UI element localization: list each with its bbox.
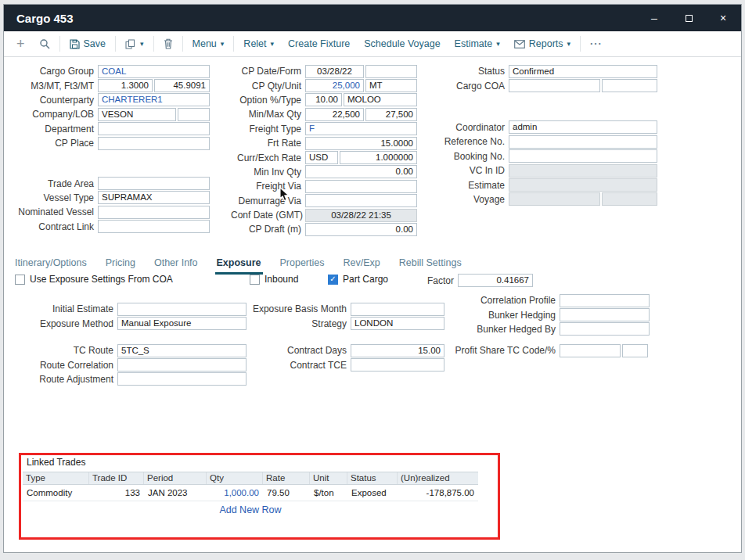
tab-rebill-settings[interactable]: Rebill Settings bbox=[398, 257, 463, 275]
factor-field[interactable]: 0.41667 bbox=[458, 274, 533, 287]
tab-pricing[interactable]: Pricing bbox=[104, 257, 137, 275]
status-field[interactable]: Confirmed bbox=[509, 65, 657, 78]
conf-date-field: 03/28/22 21:35 bbox=[305, 209, 417, 222]
demurrage-via-label: Demurrage Via bbox=[231, 196, 305, 206]
cargo-window: Cargo 453 – × + Save ▾ Menu▾ Relet▾ Crea bbox=[3, 4, 742, 553]
toolbar-separator bbox=[182, 36, 183, 52]
schedule-voyage-button[interactable]: Schedule Voyage bbox=[359, 35, 444, 52]
search-button[interactable] bbox=[34, 35, 55, 52]
option-type-field[interactable]: MOLOO bbox=[344, 93, 417, 106]
initial-estimate-field[interactable] bbox=[117, 303, 247, 316]
min-inv-qty-field[interactable]: 0.00 bbox=[305, 165, 417, 178]
contract-days-field[interactable]: 15.00 bbox=[351, 344, 444, 357]
column-header-unrealized[interactable]: (Un)realized bbox=[398, 472, 478, 484]
add-new-row-link[interactable]: Add New Row bbox=[23, 501, 478, 515]
exposure-basis-month-field[interactable] bbox=[351, 303, 444, 316]
frt-rate-field[interactable]: 15.0000 bbox=[305, 137, 417, 150]
relet-button[interactable]: Relet▾ bbox=[239, 35, 279, 52]
trade-area-field[interactable] bbox=[98, 177, 210, 190]
column-header-type[interactable]: Type bbox=[23, 472, 89, 484]
exposure-method-field[interactable]: Manual Exposure bbox=[117, 317, 247, 330]
lob-field[interactable] bbox=[178, 108, 210, 121]
tc-route-field[interactable]: 5TC_S bbox=[117, 344, 247, 357]
inbound-checkbox[interactable]: Inbound bbox=[250, 274, 298, 285]
cargo-coa-field-2[interactable] bbox=[602, 79, 657, 92]
freight-type-field[interactable]: F bbox=[305, 122, 417, 135]
bunker-hedged-by-label: Bunker Hedged By bbox=[442, 324, 560, 335]
use-coa-label: Use Exposure Settings From COA bbox=[30, 274, 173, 285]
coordinator-field[interactable]: admin bbox=[509, 120, 657, 134]
maximize-button[interactable] bbox=[683, 13, 694, 23]
cell-type: Commodity bbox=[23, 488, 89, 497]
column-header-qty[interactable]: Qty bbox=[207, 472, 263, 484]
reports-button[interactable]: Reports▾ bbox=[509, 35, 575, 52]
cell-qty-link[interactable]: 1,000.00 bbox=[207, 488, 263, 497]
booking-no-field[interactable] bbox=[509, 149, 657, 163]
cp-unit-field[interactable]: MT bbox=[365, 79, 417, 92]
bunker-hedging-field[interactable] bbox=[560, 308, 650, 321]
table-row[interactable]: Commodity 133 JAN 2023 1,000.00 79.50 $/… bbox=[23, 485, 478, 501]
option-pct-field[interactable]: 10.00 bbox=[305, 93, 342, 106]
correlation-profile-field[interactable] bbox=[560, 294, 650, 307]
min-max-qty-label: Min/Max Qty bbox=[231, 109, 305, 120]
more-button[interactable]: ··· bbox=[585, 35, 607, 52]
profit-share-pct-field[interactable] bbox=[622, 344, 648, 357]
freight-via-field[interactable] bbox=[305, 180, 417, 193]
department-field[interactable] bbox=[98, 122, 210, 135]
cp-draft-field[interactable]: 0.00 bbox=[305, 223, 417, 236]
cp-date-field[interactable]: 03/28/22 bbox=[305, 65, 364, 78]
window-title: Cargo 453 bbox=[4, 12, 649, 25]
tab-other-info[interactable]: Other Info bbox=[153, 257, 200, 275]
checkbox-checked-icon: ✓ bbox=[328, 275, 338, 285]
column-header-unit[interactable]: Unit bbox=[310, 472, 347, 484]
tab-rev-exp[interactable]: Rev/Exp bbox=[341, 257, 381, 275]
currency-field[interactable]: USD bbox=[305, 151, 338, 164]
contract-link-field[interactable] bbox=[98, 220, 210, 233]
use-coa-checkbox[interactable]: Use Exposure Settings From COA bbox=[15, 274, 173, 285]
counterparty-field[interactable]: CHARTERER1 bbox=[98, 93, 210, 106]
max-qty-field[interactable]: 27,500 bbox=[365, 108, 417, 121]
envelope-icon bbox=[514, 40, 525, 48]
conf-date-label: Conf Date (GMT) bbox=[231, 210, 305, 221]
column-header-status[interactable]: Status bbox=[347, 472, 398, 484]
column-header-trade-id[interactable]: Trade ID bbox=[89, 472, 144, 484]
vessel-type-field[interactable]: SUPRAMAX bbox=[98, 191, 210, 204]
route-adjustment-field[interactable] bbox=[117, 372, 247, 386]
new-button[interactable]: + bbox=[12, 36, 30, 52]
close-button[interactable]: × bbox=[718, 13, 729, 23]
column-header-rate[interactable]: Rate bbox=[263, 472, 310, 484]
cp-place-field[interactable] bbox=[98, 137, 210, 150]
save-button[interactable]: Save bbox=[65, 35, 111, 52]
company-field[interactable]: VESON bbox=[98, 108, 176, 121]
copy-button[interactable]: ▾ bbox=[121, 36, 149, 52]
tab-exposure[interactable]: Exposure bbox=[215, 257, 263, 275]
m3-mt-field[interactable]: 1.3000 bbox=[98, 79, 153, 92]
cargo-coa-field[interactable] bbox=[509, 79, 600, 92]
route-correlation-field[interactable] bbox=[117, 358, 247, 372]
estimate-button[interactable]: Estimate▾ bbox=[450, 35, 505, 52]
column-header-period[interactable]: Period bbox=[144, 472, 207, 484]
exch-rate-field[interactable]: 1.000000 bbox=[340, 151, 417, 164]
part-cargo-checkbox[interactable]: ✓Part Cargo bbox=[328, 274, 388, 285]
cell-rate: 79.50 bbox=[263, 488, 310, 497]
vc-in-id-label: VC In ID bbox=[430, 165, 509, 176]
contract-tce-field[interactable] bbox=[351, 358, 444, 372]
reference-no-field[interactable] bbox=[509, 135, 657, 149]
create-fixture-button[interactable]: Create Fixture bbox=[283, 35, 355, 52]
bunker-hedged-by-field[interactable] bbox=[560, 322, 650, 336]
min-qty-field[interactable]: 22,500 bbox=[305, 108, 364, 121]
delete-button[interactable] bbox=[159, 35, 178, 52]
menu-button[interactable]: Menu▾ bbox=[188, 35, 229, 52]
strategy-field[interactable]: LONDON bbox=[351, 317, 444, 330]
cp-form-field[interactable] bbox=[365, 65, 417, 78]
option-type-label: Option %/Type bbox=[231, 95, 305, 106]
demurrage-via-field[interactable] bbox=[305, 194, 417, 207]
minimize-button[interactable]: – bbox=[649, 13, 660, 23]
cp-qty-field[interactable]: 25,000 bbox=[305, 79, 364, 92]
tab-properties[interactable]: Properties bbox=[279, 257, 326, 275]
profit-share-code-field[interactable] bbox=[560, 344, 621, 357]
nominated-vessel-field[interactable] bbox=[98, 206, 210, 219]
tab-itinerary-options[interactable]: Itinerary/Options bbox=[13, 257, 88, 275]
cargo-group-field[interactable]: COAL bbox=[98, 65, 210, 78]
ft3-mt-field[interactable]: 45.9091 bbox=[154, 79, 210, 92]
